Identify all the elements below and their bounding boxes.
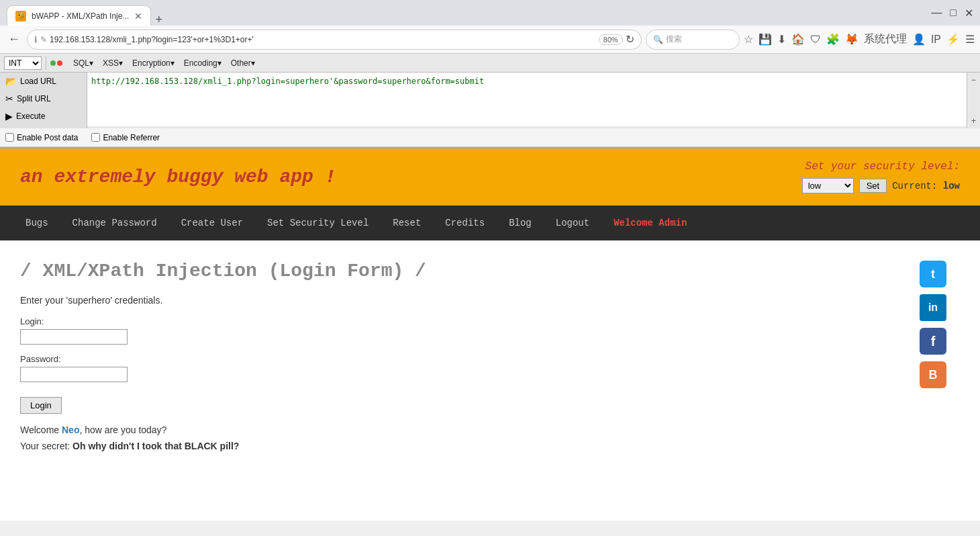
nav-blog[interactable]: Blog xyxy=(497,206,544,240)
form-description: Enter your 'superhero' credentials. xyxy=(20,295,906,306)
int-select[interactable]: INT LOW MED HIGH xyxy=(4,56,42,70)
secret-message: Your secret: Oh why didn't I took that B… xyxy=(20,441,906,451)
lightning-icon[interactable]: ⚡ xyxy=(946,33,960,46)
current-value: low xyxy=(943,181,960,191)
hackbar-top-row: INT LOW MED HIGH SQL▾ XSS▾ Encryption▾ E… xyxy=(0,54,980,73)
download-icon[interactable]: ⬇ xyxy=(777,33,786,46)
enable-post-checkbox[interactable] xyxy=(5,133,14,142)
security-select[interactable]: low medium high xyxy=(802,178,854,193)
tab-close-button[interactable]: ✕ xyxy=(134,11,142,21)
proxy-label[interactable]: 系统代理 xyxy=(864,32,907,46)
welcome-message: Welcome Neo, how are you today? xyxy=(20,425,906,435)
page-sidebar: t in f B xyxy=(920,261,960,451)
save-icon[interactable]: 💾 xyxy=(758,33,772,46)
nav-logout[interactable]: Logout xyxy=(544,206,601,240)
login-form: Login: Password: Login xyxy=(20,316,906,414)
fire-icon[interactable]: 🦊 xyxy=(845,33,859,46)
hackbar-url-textarea-wrap[interactable]: http://192.168.153.128/xmli_1.php?login=… xyxy=(87,73,967,128)
secret-value: Oh why didn't I took that BLACK pill? xyxy=(72,441,239,451)
back-button[interactable]: ← xyxy=(5,30,23,49)
set-security-button[interactable]: Set xyxy=(859,179,887,193)
nav-reset[interactable]: Reset xyxy=(381,206,433,240)
execute-label: Execute xyxy=(16,111,45,121)
security-level-area: Set your security level: low medium high… xyxy=(802,161,960,193)
info-icon: ℹ xyxy=(34,35,38,44)
address-input-wrap[interactable]: ℹ ✎ 192.168.153.128/xmli_1.php?login=123… xyxy=(27,30,642,50)
minimize-button[interactable]: — xyxy=(931,7,942,19)
title-text: XML/XPath Injection (Login Form) xyxy=(43,261,404,281)
home-icon[interactable]: 🏠 xyxy=(791,33,805,46)
toolbar-icons: ☆ 💾 ⬇ 🏠 🛡 🧩 🦊 系统代理 👤 IP ⚡ ☰ xyxy=(744,32,975,46)
close-button[interactable]: ✕ xyxy=(965,7,973,19)
facebook-icon[interactable]: f xyxy=(920,328,946,355)
login-button[interactable]: Login xyxy=(20,397,62,414)
split-url-button[interactable]: ✂ Split URL xyxy=(0,90,87,107)
search-box[interactable]: 🔍 搜索 xyxy=(646,30,740,50)
hackbar-url-textarea[interactable]: http://192.168.153.128/xmli_1.php?login=… xyxy=(87,73,967,126)
nav-bugs[interactable]: Bugs xyxy=(13,206,60,240)
title-suffix: / xyxy=(403,261,426,281)
address-url[interactable]: 192.168.153.128/xmli_1.php?login=123'+or… xyxy=(50,35,596,44)
nav-change-password[interactable]: Change Password xyxy=(60,206,169,240)
star-icon[interactable]: ☆ xyxy=(744,33,753,46)
hackbar-menu: SQL▾ XSS▾ Encryption▾ Encoding▾ Other▾ xyxy=(66,57,262,69)
password-input[interactable] xyxy=(20,367,128,382)
hackbar-bottom-row: Enable Post data Enable Referrer xyxy=(0,128,980,147)
pencil-icon: ✎ xyxy=(40,35,47,44)
current-level: Current: low xyxy=(892,181,960,191)
page-title: / XML/XPath Injection (Login Form) / xyxy=(20,261,906,281)
nav-create-user[interactable]: Create User xyxy=(169,206,255,240)
nav-menu: Bugs Change Password Create User Set Sec… xyxy=(0,206,980,240)
linkedin-symbol: in xyxy=(928,302,938,314)
enable-post-label[interactable]: Enable Post data xyxy=(5,133,78,142)
scroll-plus-button[interactable]: + xyxy=(971,116,976,126)
welcome-prefix: Welcome xyxy=(20,425,62,435)
hackbar-left-panel: 📂 Load URL ✂ Split URL ▶ Execute xyxy=(0,73,87,128)
load-url-label: Load URL xyxy=(20,77,56,86)
avatar-icon[interactable]: 👤 xyxy=(912,33,926,46)
linkedin-icon[interactable]: in xyxy=(920,294,946,321)
scroll-minus-button[interactable]: − xyxy=(971,75,976,85)
xss-menu[interactable]: XSS▾ xyxy=(99,57,127,69)
facebook-symbol: f xyxy=(931,334,936,349)
load-url-icon: 📂 xyxy=(5,76,17,87)
hackbar-dots xyxy=(46,60,66,66)
title-bar: 🐝 bWAPP - XML/XPath Inje... ✕ + — □ ✕ xyxy=(0,0,980,26)
enable-post-text: Enable Post data xyxy=(17,133,78,142)
puzzle-icon[interactable]: 🧩 xyxy=(826,33,840,46)
nav-set-security-level[interactable]: Set Security Level xyxy=(255,206,381,240)
enable-referrer-checkbox[interactable] xyxy=(91,133,100,142)
login-input[interactable] xyxy=(20,329,128,345)
blogger-icon[interactable]: B xyxy=(920,361,946,388)
twitter-symbol: t xyxy=(931,267,935,281)
enable-referrer-label[interactable]: Enable Referrer xyxy=(91,133,160,142)
encryption-menu[interactable]: Encryption▾ xyxy=(128,57,179,69)
execute-button[interactable]: ▶ Execute xyxy=(0,107,87,125)
maximize-button[interactable]: □ xyxy=(950,7,957,19)
encoding-menu[interactable]: Encoding▾ xyxy=(180,57,226,69)
tab-bar: 🐝 bWAPP - XML/XPath Inje... ✕ + xyxy=(7,0,162,26)
menu-icon[interactable]: ☰ xyxy=(965,33,975,46)
bwapp-tagline: an extremely buggy web app ! xyxy=(20,167,336,187)
load-url-button[interactable]: 📂 Load URL xyxy=(0,73,87,90)
title-prefix: / xyxy=(20,261,43,281)
enable-referrer-text: Enable Referrer xyxy=(103,133,160,142)
reload-button[interactable]: ↻ xyxy=(626,33,634,46)
active-tab[interactable]: 🐝 bWAPP - XML/XPath Inje... ✕ xyxy=(7,5,151,26)
shield-icon[interactable]: 🛡 xyxy=(810,34,821,46)
other-menu[interactable]: Other▾ xyxy=(227,57,259,69)
execute-icon: ▶ xyxy=(5,111,13,122)
zoom-badge: 80% xyxy=(599,34,623,45)
login-field-group: Login: xyxy=(20,316,906,345)
secret-label: Your secret: xyxy=(20,441,72,451)
hackbar-url-row: 📂 Load URL ✂ Split URL ▶ Execute http://… xyxy=(0,73,980,128)
twitter-icon[interactable]: t xyxy=(920,261,946,287)
red-dot xyxy=(57,60,62,66)
main-content: an extremely buggy web app ! Set your se… xyxy=(0,148,980,521)
current-label: Current: xyxy=(892,181,937,191)
page-content: / XML/XPath Injection (Login Form) / Ent… xyxy=(0,240,980,472)
new-tab-button[interactable]: + xyxy=(155,13,162,26)
sql-menu[interactable]: SQL▾ xyxy=(69,57,97,69)
nav-credits[interactable]: Credits xyxy=(433,206,497,240)
hackbar-select-wrap[interactable]: INT LOW MED HIGH xyxy=(0,56,46,70)
